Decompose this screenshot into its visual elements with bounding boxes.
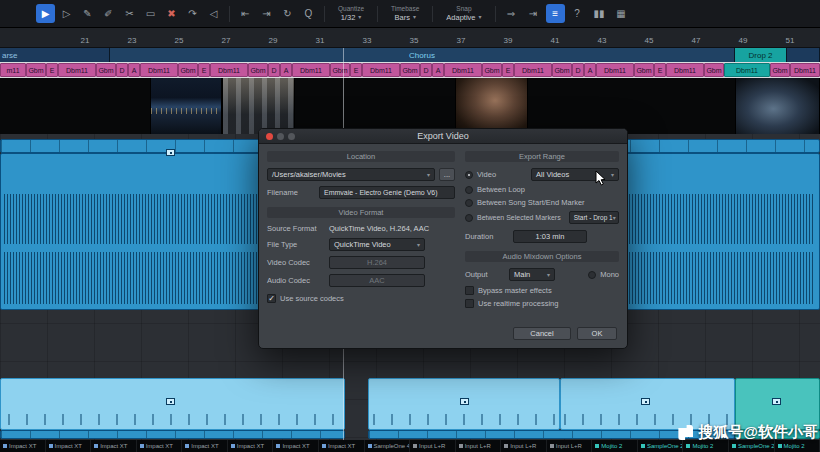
toolbar-nav-button[interactable]: ↻ <box>278 4 297 23</box>
toolbar-right-button[interactable]: ⇒ <box>502 4 521 23</box>
toolbar-right-button[interactable]: ⇥ <box>524 4 543 23</box>
toolbar-nav-button[interactable]: ⇤ <box>236 4 255 23</box>
use-source-codecs-checkbox[interactable]: ✓ <box>267 294 276 303</box>
audio-clip[interactable] <box>0 430 345 439</box>
quantize-selector[interactable]: Quantize 1/32▾ <box>331 5 371 23</box>
cancel-button[interactable]: Cancel <box>513 327 571 340</box>
ok-button[interactable]: OK <box>577 327 617 340</box>
use-realtime-processing-checkbox[interactable] <box>465 299 474 308</box>
track-name-cell[interactable]: Impact XT <box>319 440 365 452</box>
track-color-swatch <box>368 444 372 448</box>
track-name-cell[interactable]: SampleOne 4 <box>365 440 411 452</box>
track-name-cell[interactable]: Input L+R <box>456 440 502 452</box>
export-range-section-header: Export Range <box>465 151 619 162</box>
clip-gain-handle[interactable] <box>772 398 781 405</box>
track-color-swatch <box>504 444 508 448</box>
snap-value: Adaptive <box>446 13 475 22</box>
track-name-cell[interactable]: Impact XT <box>0 440 46 452</box>
toolbar-tool-button[interactable]: ✖ <box>162 4 181 23</box>
clip-gain-handle[interactable] <box>166 149 175 156</box>
track-name-label: Mojito 2 <box>601 443 622 449</box>
video-codec-field: H.264 <box>329 256 425 269</box>
toolbar-tool-button[interactable]: ✎ <box>78 4 97 23</box>
clip-gain-handle[interactable] <box>460 398 469 405</box>
toolbar-tool-button[interactable]: ◁ <box>204 4 223 23</box>
timebase-value: Bars <box>394 13 409 22</box>
toolbar-tool-button[interactable]: ▶ <box>36 4 55 23</box>
track-name-cell[interactable]: Impact XT <box>46 440 92 452</box>
chevron-down-icon: ▾ <box>413 14 416 22</box>
output-label: Output <box>465 270 505 279</box>
toolbar-separator <box>495 6 496 22</box>
chevron-down-icon: ▾ <box>417 241 420 248</box>
nav-icon: ⇥ <box>262 8 270 19</box>
between-markers-radio[interactable] <box>465 214 473 222</box>
video-range-label: Video <box>477 170 496 179</box>
track-name-cell[interactable]: Impact XT <box>182 440 228 452</box>
toolbar-nav-button[interactable]: ⇥ <box>257 4 276 23</box>
track-name-label: SampleOne 2 <box>647 443 684 449</box>
toolbar-nav-button[interactable]: Q <box>299 4 318 23</box>
track-name-label: SampleOne 2 <box>738 443 775 449</box>
tool-icon: ▭ <box>146 8 155 19</box>
tool-icon: ▷ <box>63 8 71 19</box>
clip-gain-handle[interactable] <box>641 398 650 405</box>
track-name-cell[interactable]: SampleOne 2 <box>638 440 684 452</box>
file-type-dropdown[interactable]: QuickTime Video ▾ <box>329 238 425 251</box>
output-dropdown[interactable]: Main ▾ <box>509 268 555 281</box>
clip-gain-handle[interactable] <box>166 398 175 405</box>
mono-radio[interactable] <box>588 271 596 279</box>
right-button-group: ⇒ ⇥ ≡ ? ▮▮ ▦ <box>502 4 631 23</box>
track-name-cell[interactable]: Input L+R <box>547 440 593 452</box>
timebase-selector[interactable]: Timebase Bars▾ <box>384 5 426 23</box>
browse-button[interactable]: ... <box>439 168 455 181</box>
toolbar-right-button[interactable]: ▮▮ <box>590 4 609 23</box>
duration-field[interactable]: 1:03 min <box>513 230 587 243</box>
quantize-value: 1/32 <box>341 13 356 22</box>
toolbar-tool-button[interactable]: ▷ <box>57 4 76 23</box>
track-color-swatch <box>413 444 417 448</box>
duration-value: 1:03 min <box>536 232 565 241</box>
toolbar-right-icon: ▮▮ <box>594 8 605 19</box>
source-format-label: Source Format <box>267 224 325 233</box>
track-color-swatch <box>231 444 235 448</box>
markers-range-dropdown[interactable]: Start - Drop 1 ▾ <box>569 211 619 224</box>
dialog-title-bar[interactable]: Export Video <box>259 129 627 144</box>
toolbar-right-icon: ⇒ <box>507 8 515 19</box>
export-path-dropdown[interactable]: /Users/akaiser/Movies ▾ <box>267 168 435 181</box>
dialog-left-column: Location /Users/akaiser/Movies ▾ ... Fil… <box>267 151 455 312</box>
toolbar-tool-button[interactable]: ✂ <box>120 4 139 23</box>
mono-label: Mono <box>600 270 619 279</box>
track-name-cell[interactable]: Impact XT <box>273 440 319 452</box>
close-icon[interactable] <box>266 133 273 140</box>
toolbar-right-button[interactable]: ? <box>568 4 587 23</box>
between-loop-radio[interactable] <box>465 186 473 194</box>
toolbar-right-button[interactable]: ▦ <box>612 4 631 23</box>
track-color-swatch <box>641 444 645 448</box>
track-color-swatch <box>49 444 53 448</box>
track-name-cell[interactable]: Input L+R <box>501 440 547 452</box>
track-name-cell[interactable]: Impact XT <box>91 440 137 452</box>
toolbar-right-button[interactable]: ≡ <box>546 4 565 23</box>
between-song-radio[interactable] <box>465 199 473 207</box>
track-name-cell[interactable]: Impact XT <box>228 440 274 452</box>
tool-icon: ↷ <box>188 8 196 19</box>
timebase-label: Timebase <box>391 5 419 13</box>
track-name-cell[interactable]: Mojito 2 <box>592 440 638 452</box>
toolbar-tool-button[interactable]: ✐ <box>99 4 118 23</box>
toolbar-tool-button[interactable]: ▭ <box>141 4 160 23</box>
bypass-master-effects-checkbox[interactable] <box>465 286 474 295</box>
toolbar-separator <box>432 6 433 22</box>
track-name-label: Impact XT <box>146 443 173 449</box>
track-name-cell[interactable]: Input L+R <box>410 440 456 452</box>
track-color-swatch <box>276 444 280 448</box>
toolbar-tool-button[interactable]: ↷ <box>183 4 202 23</box>
sohu-logo-icon <box>678 425 693 440</box>
track-name-cell[interactable]: Impact XT <box>137 440 183 452</box>
minimize-icon <box>277 133 284 140</box>
snap-selector[interactable]: Snap Adaptive▾ <box>439 5 488 23</box>
filename-input[interactable]: Emmvaie - Electro Genie (Demo V6) <box>319 186 455 199</box>
toolbar-separator <box>324 6 325 22</box>
mixdown-section-header: Audio Mixdown Options <box>465 251 619 262</box>
video-range-radio[interactable] <box>465 171 473 179</box>
